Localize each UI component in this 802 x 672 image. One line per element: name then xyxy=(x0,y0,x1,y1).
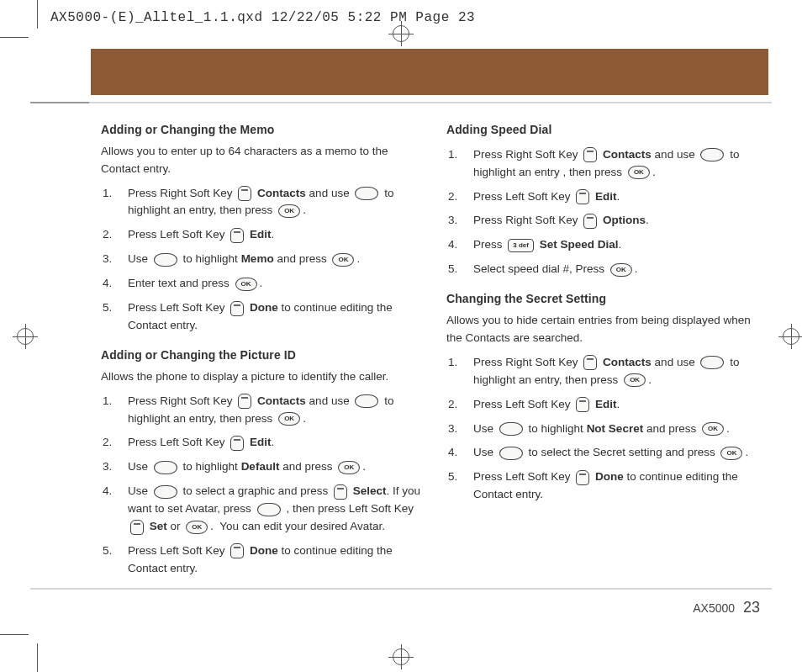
registration-mark-icon xyxy=(17,328,34,345)
step-text: Press Right Soft Key Contacts and use to… xyxy=(473,146,768,182)
nav-key-icon xyxy=(154,461,177,474)
nav-key-icon xyxy=(499,447,523,460)
softkey-icon xyxy=(583,214,597,229)
softkey-icon xyxy=(238,394,251,409)
nav-key-icon xyxy=(154,485,177,499)
page-footer: AX5000 23 xyxy=(693,599,760,616)
step-text: Press Left Soft Key Done to continue edi… xyxy=(128,542,423,578)
ok-key-icon xyxy=(235,278,257,291)
step-list: 1.Press Right Soft Key Contacts and use … xyxy=(446,354,768,504)
ok-key-icon xyxy=(628,166,650,179)
crop-mark-icon xyxy=(37,643,38,672)
chapter-bar xyxy=(91,49,768,95)
section-heading: Changing the Secret Setting xyxy=(446,290,768,309)
bottom-rule xyxy=(30,588,772,590)
registration-mark-icon xyxy=(393,648,409,665)
nav-key-icon xyxy=(154,253,177,267)
ok-key-icon xyxy=(338,461,360,474)
manual-page: AX5000-(E)_Alltel_1.1.qxd 12/22/05 5:22 … xyxy=(0,0,802,672)
nav-key-icon xyxy=(355,187,378,200)
ok-key-icon xyxy=(610,263,632,277)
crop-mark-icon xyxy=(0,634,29,635)
step-text: Press Left Soft Key Done to continue edi… xyxy=(128,299,423,335)
page-number: 23 xyxy=(743,599,760,616)
nav-key-icon xyxy=(499,422,523,436)
softkey-icon xyxy=(238,186,251,201)
step-text: Press Right Soft Key Contacts and use to… xyxy=(473,354,768,389)
step-text: Use to highlight Memo and press . xyxy=(128,251,423,268)
step-text: Press Left Soft Key Edit. xyxy=(128,226,423,244)
softkey-icon xyxy=(230,301,244,316)
softkey-icon xyxy=(576,189,589,204)
softkey-icon xyxy=(576,397,589,412)
content-columns: Adding or Changing the Memo Allows you t… xyxy=(101,113,768,579)
ok-key-icon xyxy=(278,204,300,218)
ok-key-icon xyxy=(278,412,300,426)
nav-key-icon xyxy=(355,394,378,408)
key-3-icon: 3 def xyxy=(508,239,534,252)
softkey-icon xyxy=(130,520,144,535)
step-list: 1.Press Right Soft Key Contacts and use … xyxy=(446,146,768,279)
step-text: Press Right Soft Key Contacts and use to… xyxy=(128,393,423,428)
step-text: Press Right Soft Key Contacts and use to… xyxy=(128,185,423,220)
step-text: Enter text and press . xyxy=(128,275,423,293)
ok-key-icon xyxy=(702,422,724,436)
softkey-icon xyxy=(583,355,597,370)
softkey-icon xyxy=(230,543,244,558)
nav-key-icon xyxy=(700,356,724,369)
qxd-header: AX5000-(E)_Alltel_1.1.qxd 12/22/05 5:22 … xyxy=(50,10,475,25)
step-text: Use to select the Secret setting and pre… xyxy=(473,444,768,462)
softkey-icon xyxy=(230,436,244,451)
step-text: Press Right Soft Key Options. xyxy=(473,212,768,230)
step-text: Press Left Soft Key Edit. xyxy=(128,434,423,452)
section-heading: Adding or Changing the Memo xyxy=(101,121,423,140)
registration-mark-icon xyxy=(783,328,799,345)
step-text: Use to select a graphic and press Select… xyxy=(128,483,423,536)
ok-key-icon xyxy=(186,521,208,534)
section-desc: Allows the phone to display a picture to… xyxy=(101,368,423,386)
nav-key-icon xyxy=(700,148,724,161)
step-list: 1.Press Right Soft Key Contacts and use … xyxy=(101,185,423,335)
step-text: Press Left Soft Key Done to continue edi… xyxy=(473,468,768,504)
step-text: Select speed dial #, Press . xyxy=(473,261,768,278)
section-desc: Allows you to enter up to 64 characters … xyxy=(101,143,423,178)
column-right: Adding Speed Dial 1.Press Right Soft Key… xyxy=(446,113,768,579)
step-text: Press Left Soft Key Edit. xyxy=(473,188,768,206)
step-text: Press 3 def Set Speed Dial. xyxy=(473,236,768,254)
section-desc: Allows you to hide certain entries from … xyxy=(446,312,768,347)
section-heading: Adding or Changing the Picture ID xyxy=(101,347,423,365)
column-left: Adding or Changing the Memo Allows you t… xyxy=(101,113,423,579)
softkey-icon xyxy=(334,484,347,500)
nav-key-icon xyxy=(257,503,281,516)
step-list: 1.Press Right Soft Key Contacts and use … xyxy=(101,393,423,578)
registration-mark-icon xyxy=(393,25,409,42)
model-label: AX5000 xyxy=(693,601,735,615)
softkey-icon xyxy=(230,228,244,243)
ok-key-icon xyxy=(332,253,354,267)
crop-mark-icon xyxy=(0,37,29,38)
softkey-icon xyxy=(583,147,597,162)
ok-key-icon xyxy=(624,373,646,387)
softkey-icon xyxy=(576,470,589,485)
crop-mark-icon xyxy=(37,0,38,29)
ok-key-icon xyxy=(720,447,742,460)
top-rule xyxy=(30,102,772,103)
step-text: Press Left Soft Key Edit. xyxy=(473,396,768,414)
step-text: Use to highlight Default and press . xyxy=(128,458,423,476)
section-heading: Adding Speed Dial xyxy=(446,121,768,140)
step-text: Use to highlight Not Secret and press . xyxy=(473,421,768,438)
